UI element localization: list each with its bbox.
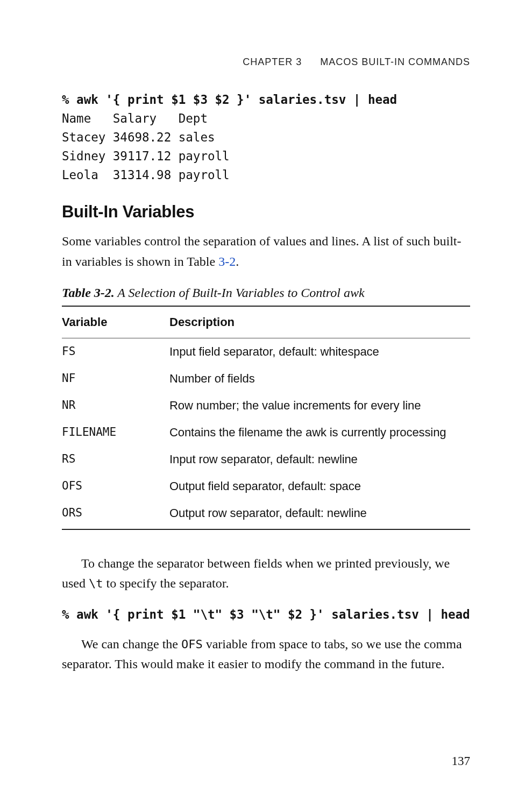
running-head: CHAPTER 3 MACOS BUILT-IN COMMANDS [62, 56, 470, 68]
paragraph-intro: Some variables control the separation of… [62, 231, 470, 271]
chapter-label: CHAPTER 3 [243, 56, 302, 67]
table-row: ORS Output row separator, default: newli… [62, 500, 470, 529]
var-desc: Contains the filename the awk is current… [169, 419, 470, 446]
table-row: NR Row number; the value increments for … [62, 392, 470, 419]
col-header-description: Description [169, 306, 470, 338]
var-desc: Number of fields [169, 365, 470, 392]
table-row: OFS Output field separator, default: spa… [62, 473, 470, 500]
shell-command: % awk '{ print $1 $3 $2 }' salaries.tsv … [62, 93, 397, 107]
var-desc: Row number; the value increments for eve… [169, 392, 470, 419]
inline-code: \t [89, 577, 103, 590]
shell-output: Name Salary Dept Stacey 34698.22 sales S… [62, 111, 230, 182]
var-name: RS [62, 446, 169, 473]
var-desc: Output row separator, default: newline [169, 500, 470, 529]
inline-code: OFS [181, 638, 203, 651]
table-row: FS Input field separator, default: white… [62, 338, 470, 365]
table-header-row: Variable Description [62, 306, 470, 338]
paragraph-separator: To change the separator between fields w… [62, 554, 470, 593]
table-ref-link[interactable]: 3-2 [218, 254, 236, 268]
table-caption-label: Table 3-2. [62, 286, 115, 300]
var-desc: Input row separator, default: newline [169, 446, 470, 473]
code-block-awk-print: % awk '{ print $1 $3 $2 }' salaries.tsv … [62, 90, 470, 184]
book-page: CHAPTER 3 MACOS BUILT-IN COMMANDS % awk … [0, 0, 532, 807]
code-line-awk-ofs: % awk '{ print $1 "\t" $3 "\t" $2 }' sal… [62, 607, 470, 621]
var-name: FS [62, 338, 169, 365]
paragraph-ofs: We can change the OFS variable from spac… [62, 634, 470, 674]
chapter-title: MACOS BUILT-IN COMMANDS [320, 56, 470, 67]
var-name: FILENAME [62, 419, 169, 446]
table-row: RS Input row separator, default: newline [62, 446, 470, 473]
table-caption: Table 3-2. A Selection of Built-In Varia… [62, 286, 470, 300]
var-name: OFS [62, 473, 169, 500]
builtin-variables-table: Variable Description FS Input field sepa… [62, 306, 470, 530]
page-number: 137 [452, 754, 471, 768]
table-row: NF Number of fields [62, 365, 470, 392]
var-name: NR [62, 392, 169, 419]
var-desc: Output field separator, default: space [169, 473, 470, 500]
table-row: FILENAME Contains the filename the awk i… [62, 419, 470, 446]
var-name: NF [62, 365, 169, 392]
var-name: ORS [62, 500, 169, 529]
table-caption-text: A Selection of Built-In Variables to Con… [115, 286, 365, 300]
var-desc: Input field separator, default: whitespa… [169, 338, 470, 365]
col-header-variable: Variable [62, 306, 169, 338]
section-heading: Built-In Variables [62, 202, 470, 222]
